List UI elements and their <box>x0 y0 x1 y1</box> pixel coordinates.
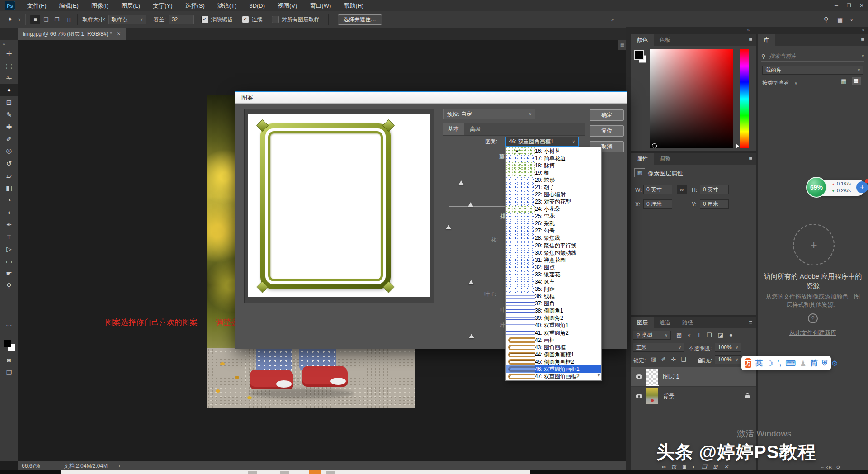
toolbar-more-icon[interactable]: ⋯ <box>0 321 18 328</box>
lock-option-icon[interactable]: ✛ <box>671 356 676 363</box>
zoom-percentage[interactable]: 66.67% <box>22 463 40 469</box>
options-overflow-icon[interactable]: » <box>611 17 614 22</box>
layer-filter-select[interactable]: ⚲ 类型 ∨ <box>633 331 671 340</box>
pattern-option[interactable]: 19: 根 <box>506 169 601 176</box>
tool-button[interactable]: ✎ <box>0 109 18 121</box>
ime-icon[interactable]: ’, <box>777 359 781 367</box>
menu-item[interactable]: 帮助(H) <box>337 0 370 11</box>
tab-adjustments[interactable]: 调整 <box>654 153 676 165</box>
taskbar-app[interactable] <box>280 471 289 474</box>
workspace-chevron-icon[interactable]: ∨ <box>850 17 853 22</box>
tool-button[interactable]: ⚲ <box>0 280 18 292</box>
ime-icon[interactable]: ☽ <box>767 359 773 368</box>
lock-option-icon[interactable]: ✐ <box>661 356 666 363</box>
tab-color[interactable]: 颜色 <box>631 34 654 46</box>
pattern-option[interactable]: 23: 对齐的花型 <box>506 199 601 206</box>
tool-button[interactable]: ✦ <box>0 84 18 96</box>
ime-icon[interactable]: 简 <box>811 359 818 368</box>
x-field[interactable]: 0 厘米 <box>643 199 672 209</box>
hue-slider-handle[interactable] <box>736 144 739 148</box>
document-tab[interactable]: timg.jpg @ 66.7% (图层 1, RGB/8#) * ✕ <box>18 28 126 40</box>
pattern-option[interactable]: 29: 聚焦的平行线 <box>506 242 601 249</box>
ime-icon[interactable]: ♟ <box>800 359 806 368</box>
layers-action-icon[interactable]: ◐ <box>692 464 695 470</box>
panel-menu-icon[interactable]: ≡ <box>749 153 756 165</box>
pattern-option[interactable]: 36: 线框 <box>506 293 601 300</box>
menu-item[interactable]: 窗口(W) <box>303 0 337 11</box>
tab-channels[interactable]: 通道 <box>654 317 676 328</box>
tool-button[interactable]: ✁ <box>0 72 18 84</box>
menu-item[interactable]: 文字(Y) <box>146 0 179 11</box>
tab-swatches[interactable]: 色板 <box>654 34 676 46</box>
grid-view-icon[interactable]: ▦ <box>841 78 846 85</box>
scroll-up-icon[interactable]: ▲ <box>514 148 519 153</box>
blend-mode-select[interactable]: 正常 ∨ <box>633 343 684 352</box>
link-dimensions-icon[interactable]: ∞ <box>677 185 687 194</box>
menu-item[interactable]: 滤镜(T) <box>211 0 243 11</box>
lock-option-icon[interactable]: ❏ <box>681 356 686 363</box>
tab-paths[interactable]: 路径 <box>676 317 699 328</box>
tool-button[interactable]: ▱ <box>0 170 18 182</box>
ime-icon[interactable]: ⚙ <box>831 359 838 368</box>
selection-mode-button[interactable]: ❏ <box>41 15 51 24</box>
pattern-option[interactable]: 34: 风车 <box>506 278 601 285</box>
pattern-option[interactable]: 25: 雪花 <box>506 213 601 220</box>
ok-button[interactable]: 确定 <box>590 109 624 121</box>
pattern-option[interactable]: 26: 杂乱 <box>506 220 601 228</box>
quick-mask-icon[interactable]: ◙ <box>0 356 18 364</box>
width-field[interactable]: 0 英寸 <box>643 185 672 194</box>
memory-percentage-ball[interactable]: 69% <box>806 177 827 198</box>
slider-handle[interactable] <box>468 280 474 284</box>
layer-row[interactable]: 背景 <box>631 387 756 406</box>
pattern-option[interactable]: 32: 圆点 <box>506 264 601 271</box>
visibility-eye-icon[interactable] <box>631 392 646 400</box>
y-field[interactable]: 0 厘米 <box>700 199 729 209</box>
foreground-color-swatch[interactable] <box>4 340 11 347</box>
tool-preset-chevron-icon[interactable]: ∨ <box>18 17 21 22</box>
menu-item[interactable]: 3D(D) <box>243 0 271 11</box>
select-and-mask-button[interactable]: 选择并遮住… <box>338 14 382 25</box>
create-library-link[interactable]: 从此文件创建新库 <box>763 329 863 337</box>
pattern-option[interactable]: 31: 禅意花园 <box>506 256 601 264</box>
layer-filter-icon[interactable]: T <box>697 332 701 338</box>
collapse-dock-icon[interactable]: » <box>862 28 864 33</box>
pattern-combobox[interactable]: 46: 双重圆角画框1 ∨ <box>505 137 579 147</box>
pattern-option[interactable]: 27: 勾号 <box>506 228 601 235</box>
menu-item[interactable]: 编辑(E) <box>53 0 85 11</box>
taskbar-app[interactable] <box>248 471 257 474</box>
menu-item[interactable]: 视图(V) <box>271 0 303 11</box>
scroll-down-icon[interactable]: ▼ <box>596 372 601 378</box>
pattern-option[interactable]: 41: 双重圆角2 <box>506 329 601 337</box>
layer-name[interactable]: 图层 1 <box>663 373 679 381</box>
tool-button[interactable]: ✐ <box>0 133 18 145</box>
pattern-option[interactable]: 35: 间距 <box>506 285 601 293</box>
tool-button[interactable]: ◖ <box>0 206 18 218</box>
speed-ball-widget[interactable]: ▲0.1K/s ▼0.2K/s 69% + <box>806 176 868 199</box>
menu-item[interactable]: 图像(I) <box>85 0 115 11</box>
tool-button[interactable]: ▷ <box>0 243 18 255</box>
panel-menu-icon[interactable]: ≡ <box>749 34 756 46</box>
taskbar-app-highlight[interactable] <box>309 470 321 474</box>
pattern-option[interactable]: 37: 圆角 <box>506 300 601 308</box>
menu-item[interactable]: 文件(F) <box>21 0 53 11</box>
tab-layers[interactable]: 图层 <box>631 317 654 328</box>
workspace-icon[interactable]: ▦ <box>837 16 843 23</box>
status-chevron-icon[interactable]: › <box>118 463 120 469</box>
pattern-option[interactable]: 20: 蛇形 <box>506 176 601 184</box>
layer-filter-icon[interactable]: ● <box>729 332 733 338</box>
tool-button[interactable]: ✒ <box>0 218 18 231</box>
help-icon[interactable]: ? <box>805 313 821 323</box>
height-field[interactable]: 0 英寸 <box>700 185 729 194</box>
layer-filter-icon[interactable]: ◐ <box>688 332 691 338</box>
layers-action-icon[interactable]: ⊞ <box>713 464 717 470</box>
layer-thumbnail[interactable] <box>646 388 658 404</box>
tool-button[interactable]: ⊞ <box>0 96 18 109</box>
pattern-option[interactable]: 46: 双重圆角画框1 <box>506 365 601 373</box>
sync-icon[interactable]: ⟳ <box>836 465 840 470</box>
tab-close-icon[interactable]: ✕ <box>117 31 121 37</box>
fg-color-swatch[interactable] <box>634 50 644 60</box>
tool-button[interactable]: ⬚ <box>0 60 18 72</box>
pattern-option[interactable]: 42: 画框 <box>506 337 601 344</box>
ime-icon[interactable]: ⛨ <box>822 359 827 367</box>
preset-select[interactable]: 预设: 自定 ∨ <box>443 109 535 119</box>
